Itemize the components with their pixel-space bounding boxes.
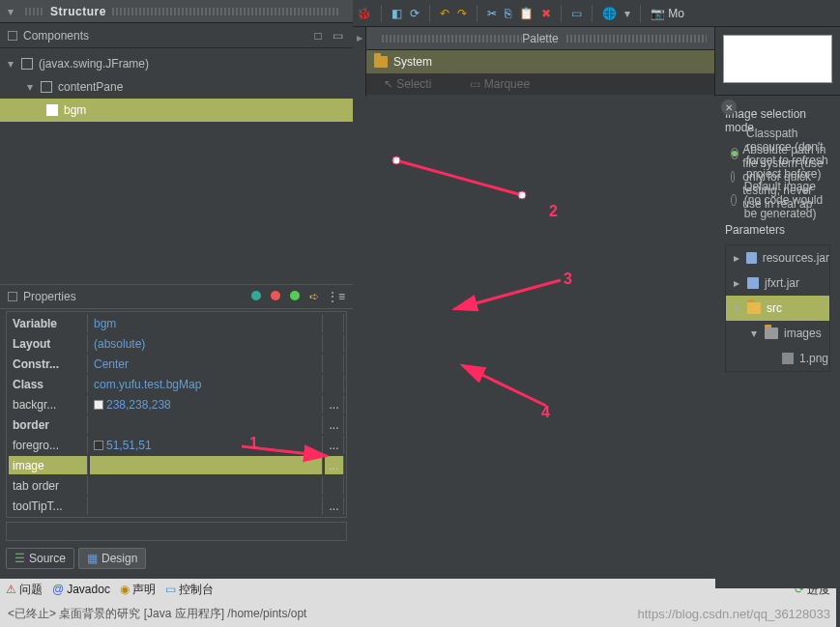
jar-icon (747, 277, 759, 289)
jar-icon (746, 252, 757, 264)
tree-jfxrt-jar[interactable]: ▸jfxrt.jar (726, 271, 829, 296)
ellipsis-button[interactable]: ... (325, 395, 344, 413)
paste-icon[interactable]: 📋 (519, 7, 534, 20)
prop-constraints[interactable]: Constr...Center (9, 355, 344, 373)
collapse-icon[interactable]: ▾ (8, 5, 14, 18)
tree-images[interactable]: ▾images (726, 321, 829, 346)
frame-icon (21, 58, 33, 70)
tree-src[interactable]: ▾src (726, 296, 829, 321)
tool-icon-3[interactable] (290, 290, 300, 303)
palette-header: Palette (366, 27, 714, 50)
folder-icon (374, 56, 388, 68)
ellipsis-button[interactable]: ... (325, 497, 344, 515)
tab-javadoc[interactable]: @Javadoc (52, 583, 110, 596)
radio-default[interactable]: Default image (no code would be generate… (731, 188, 830, 212)
tab-console[interactable]: ▭控制台 (165, 582, 214, 598)
structure-panel-header: ▾ Structure (0, 0, 353, 23)
components-tree: ▾ (javax.swing.JFrame) ▾ contentPane bgm (0, 48, 353, 126)
parameters-tree: ▸resources.jar ▸jfxrt.jar ▾src ▾images ▸… (725, 244, 830, 372)
tree-bgm[interactable]: bgm (0, 99, 353, 122)
prop-background[interactable]: backgr...238,238,238... (9, 395, 344, 413)
panel-icon (41, 81, 52, 93)
tree-contentpane[interactable]: ▾ contentPane (0, 75, 353, 99)
toggle-icon[interactable]: ▾ (27, 80, 37, 94)
copy-icon[interactable]: ⎘ (505, 7, 511, 20)
tree-root-label: (javax.swing.JFrame) (39, 57, 149, 71)
main-toolbar: 🐞 ◧ ⟳ ↶ ↷ ✂ ⎘ 📋 ✖ ▭ 🌐 ▾ 📷 Mo (353, 0, 840, 27)
palette-system-group[interactable]: System (366, 50, 714, 73)
bullet-icon (8, 292, 17, 301)
radio-icon (731, 171, 735, 183)
properties-title: Properties (23, 290, 76, 303)
menu-icon[interactable]: ⋮≡ (327, 290, 345, 303)
parameters-label: Parameters (725, 223, 830, 237)
design-canvas-preview[interactable] (723, 35, 832, 83)
prop-layout[interactable]: Layout(absolute) (9, 334, 344, 353)
globe-icon[interactable]: 🌐 (602, 7, 617, 20)
collapse-all-icon[interactable]: ▭ (330, 28, 345, 43)
components-header: Components □ ▭ (0, 23, 353, 48)
component-icon (46, 104, 58, 116)
components-title: Components (23, 29, 89, 43)
property-description (6, 522, 347, 541)
tab-design[interactable]: ▦Design (78, 548, 146, 569)
goto-icon[interactable]: ➪ (309, 290, 319, 303)
bug-icon[interactable]: 🐞 (357, 7, 371, 20)
test-icon[interactable]: ▭ (571, 7, 582, 20)
radio-icon (731, 194, 737, 206)
palette-gutter[interactable]: ▸ (353, 27, 366, 97)
cut-icon[interactable]: ✂ (487, 7, 497, 20)
tool-icon-2[interactable] (271, 290, 280, 303)
folder-icon (765, 328, 778, 339)
tree-leaf-label: bgm (64, 103, 86, 117)
prop-variable[interactable]: Variablebgm (9, 314, 344, 332)
expand-icon[interactable]: □ (310, 28, 326, 43)
tree-child-label: contentPane (58, 80, 123, 94)
image-dialog: Image c ✕ Image selection mode Classpath… (715, 95, 840, 588)
prop-border[interactable]: border... (9, 415, 344, 434)
palette-title: Palette (522, 32, 558, 45)
tree-1png[interactable]: ▸1.png (726, 346, 829, 371)
tree-root[interactable]: ▾ (javax.swing.JFrame) (0, 52, 353, 75)
prop-image[interactable]: image... (9, 456, 344, 474)
properties-header: Properties ➪ ⋮≡ (0, 284, 353, 309)
box-icon[interactable]: ◧ (391, 7, 402, 20)
image-file-icon (782, 353, 794, 364)
editor-tabs: ☰Source ▦Design (6, 548, 146, 569)
structure-title: Structure (50, 5, 106, 18)
radio-icon (731, 148, 739, 159)
marquee-tool[interactable]: ▭ Marquee (470, 77, 530, 91)
delete-icon[interactable]: ✖ (541, 7, 551, 20)
undo-icon[interactable]: ↶ (440, 7, 449, 20)
refresh-icon[interactable]: ⟳ (410, 7, 420, 20)
tab-declaration[interactable]: ◉声明 (120, 582, 156, 598)
prop-tooltip[interactable]: toolTipT...... (9, 497, 344, 515)
redo-icon[interactable]: ↷ (457, 7, 467, 20)
select-tool[interactable]: ↖ Selecti (384, 77, 431, 91)
tree-resources-jar[interactable]: ▸resources.jar (726, 245, 829, 271)
prop-taborder[interactable]: tab order (9, 476, 344, 495)
bullet-icon (8, 31, 17, 41)
prop-class[interactable]: Classcom.yufu.test.bgMap (9, 375, 344, 393)
dialog-close-button[interactable]: ✕ (721, 100, 737, 115)
ellipsis-button[interactable]: ... (325, 456, 344, 474)
folder-icon (747, 302, 761, 314)
watermark: https://blog.csdn.net/qq_36128033 (638, 607, 831, 621)
mo-icon[interactable]: 📷 Mo (651, 7, 684, 20)
properties-table: Variablebgm Layout(absolute) Constr...Ce… (6, 311, 347, 518)
ellipsis-button[interactable]: ... (325, 436, 344, 454)
tool-icon-1[interactable] (251, 290, 261, 303)
tab-problems[interactable]: ⚠问题 (6, 582, 43, 598)
ellipsis-button[interactable]: ... (325, 415, 344, 434)
tab-source[interactable]: ☰Source (6, 548, 74, 569)
prop-foreground[interactable]: foregro...51,51,51... (9, 436, 344, 454)
toggle-icon[interactable]: ▾ (8, 57, 17, 71)
